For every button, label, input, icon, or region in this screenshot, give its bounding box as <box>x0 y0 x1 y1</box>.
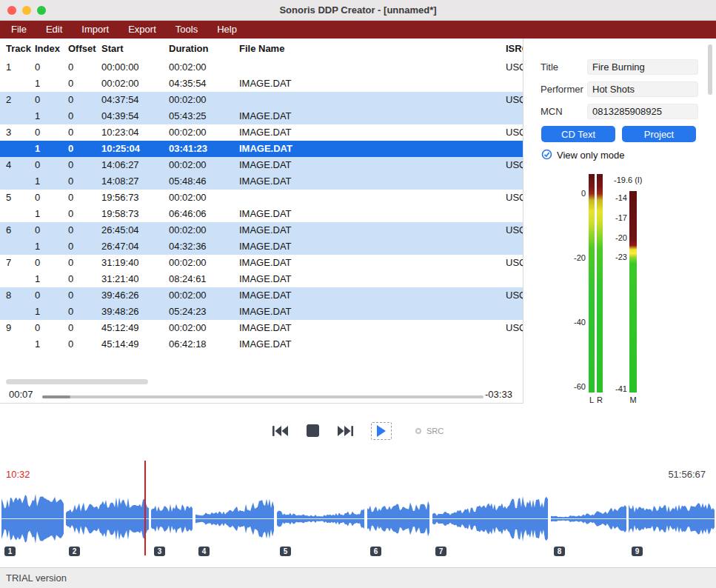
stop-button[interactable] <box>307 424 319 437</box>
cell-offset: 0 <box>68 304 101 320</box>
cell-duration: 00:02:00 <box>169 124 239 141</box>
cell-file: IMAGE.DAT <box>239 108 506 124</box>
cell-duration: 05:43:25 <box>169 108 239 124</box>
menu-bar: FileEditImportExportToolsHelp <box>0 21 716 39</box>
waveform-track-2[interactable]: 2 <box>66 484 149 553</box>
table-row[interactable]: 1045:14:4906:42:18IMAGE.DAT <box>0 336 523 353</box>
cell-start: 19:58:73 <box>101 206 169 222</box>
menu-file[interactable]: File <box>1 21 36 39</box>
track-list-panel: TrackIndexOffsetStartDurationFile NameIS… <box>0 39 523 404</box>
previous-track-button[interactable] <box>272 426 289 436</box>
play-button[interactable] <box>376 425 387 437</box>
cell-offset: 0 <box>68 59 101 76</box>
cell-start: 26:45:04 <box>101 222 169 238</box>
cell-duration: 00:02:00 <box>169 287 239 304</box>
waveform-panel: 10:32 51:56:67 123456789 <box>0 458 716 567</box>
waveform-track-7[interactable]: 7 <box>432 484 549 553</box>
waveform-track-8[interactable]: 8 <box>551 484 626 553</box>
cell-index: 0 <box>35 255 68 271</box>
cell-duration: 06:46:06 <box>169 206 239 222</box>
src-indicator-icon[interactable] <box>415 428 421 434</box>
column-header-index[interactable]: Index <box>35 39 68 59</box>
next-track-button[interactable] <box>337 426 353 436</box>
table-row[interactable]: 1026:47:0404:32:36IMAGE.DAT <box>0 238 523 255</box>
mcn-label: MCN <box>541 106 563 117</box>
column-header-file-name[interactable]: File Name <box>239 39 506 59</box>
seek-bar[interactable] <box>42 395 484 398</box>
loudness-scale-tick: -14 <box>593 193 627 202</box>
cell-isrc: USQ <box>506 190 523 206</box>
menu-import[interactable]: Import <box>72 21 118 39</box>
cell-offset: 0 <box>68 108 101 124</box>
waveform-track-6[interactable]: 6 <box>367 484 430 553</box>
cell-duration: 06:42:18 <box>169 336 239 353</box>
table-row[interactable]: 1039:48:2605:24:23IMAGE.DAT <box>0 304 523 320</box>
column-header-offset[interactable]: Offset <box>68 39 101 59</box>
column-header-start[interactable]: Start <box>101 39 169 59</box>
waveform-track-5[interactable]: 5 <box>277 484 365 553</box>
cell-file: IMAGE.DAT <box>239 320 506 336</box>
horizontal-scrollbar[interactable] <box>6 379 148 384</box>
cell-file: IMAGE.DAT <box>239 271 506 287</box>
cell-track <box>6 76 35 92</box>
metadata-panel: Title Performer MCN CD Text Project View… <box>523 39 716 404</box>
app-window: Sonoris DDP Creator - [unnamed*] FileEdi… <box>0 0 716 588</box>
table-row[interactable]: 1004:39:5405:43:25IMAGE.DAT <box>0 108 523 124</box>
loudness-scale-tick: -17 <box>593 213 627 222</box>
table-row[interactable]: 30010:23:0400:02:00IMAGE.DATUSQ <box>0 124 523 141</box>
cell-isrc: USQ <box>506 255 523 271</box>
table-row[interactable]: 60026:45:0400:02:00IMAGE.DATUSQ <box>0 222 523 238</box>
cell-start: 39:48:26 <box>101 304 169 320</box>
panel-scrollbar[interactable] <box>708 44 712 95</box>
table-row[interactable]: 80039:46:2600:02:00IMAGE.DATUSQ <box>0 287 523 304</box>
column-header-isrc[interactable]: ISRC <box>506 39 523 59</box>
cell-file <box>239 92 506 108</box>
menu-help[interactable]: Help <box>207 21 247 39</box>
table-row[interactable]: 1014:08:2705:48:46IMAGE.DAT <box>0 173 523 190</box>
performer-label: Performer <box>541 84 583 95</box>
waveform-track-9[interactable]: 9 <box>629 484 715 553</box>
cell-offset: 0 <box>68 157 101 173</box>
cell-index: 0 <box>35 320 68 336</box>
cd-text-button[interactable]: CD Text <box>541 126 615 142</box>
cell-isrc <box>506 271 523 287</box>
cell-duration: 05:48:46 <box>169 173 239 190</box>
mcn-field[interactable] <box>587 104 698 119</box>
table-row[interactable]: 1010:25:0403:41:23IMAGE.DAT <box>0 141 523 157</box>
table-row[interactable]: 1019:58:7306:46:06IMAGE.DAT <box>0 206 523 222</box>
src-label: SRC <box>426 427 444 435</box>
performer-field[interactable] <box>587 81 698 97</box>
column-header-duration[interactable]: Duration <box>169 39 239 59</box>
table-row[interactable]: 40014:06:2700:02:00IMAGE.DATUSQ <box>0 157 523 173</box>
waveform-track-1[interactable]: 1 <box>1 484 64 553</box>
elapsed-time: 00:07 <box>9 389 33 400</box>
table-row[interactable]: 1031:21:4008:24:61IMAGE.DAT <box>0 271 523 287</box>
waveform-track-4[interactable]: 4 <box>195 484 275 553</box>
project-button[interactable]: Project <box>622 126 696 142</box>
menu-tools[interactable]: Tools <box>166 21 207 39</box>
table-row[interactable]: 90045:12:4900:02:00IMAGE.DATUSQ <box>0 320 523 336</box>
playhead-cursor[interactable] <box>144 461 146 555</box>
table-row[interactable]: 70031:19:4000:02:00IMAGE.DATUSQ <box>0 255 523 271</box>
title-field[interactable] <box>587 59 698 75</box>
cell-index: 0 <box>35 190 68 206</box>
cell-index: 1 <box>35 304 68 320</box>
menu-export[interactable]: Export <box>118 21 166 39</box>
table-row[interactable]: 10000:00:0000:02:00USQ <box>0 59 523 76</box>
column-header-track[interactable]: Track <box>6 39 35 59</box>
view-only-label: View only mode <box>557 150 625 161</box>
minimize-button[interactable] <box>22 6 31 15</box>
table-row[interactable]: 20004:37:5400:02:00USQ <box>0 92 523 108</box>
close-button[interactable] <box>7 6 16 15</box>
lr-scale-tick: 0 <box>552 189 586 198</box>
status-text: TRIAL version <box>6 572 67 584</box>
cell-isrc: USQ <box>506 222 523 238</box>
view-only-check-icon[interactable] <box>541 149 552 162</box>
menu-edit[interactable]: Edit <box>36 21 72 39</box>
table-row[interactable]: 1000:02:0004:35:54IMAGE.DAT <box>0 76 523 92</box>
table-row[interactable]: 50019:56:7300:02:00USQ <box>0 190 523 206</box>
cell-track <box>6 304 35 320</box>
cell-index: 0 <box>35 59 68 76</box>
zoom-button[interactable] <box>37 6 46 15</box>
waveform-track-3[interactable]: 3 <box>151 484 193 553</box>
